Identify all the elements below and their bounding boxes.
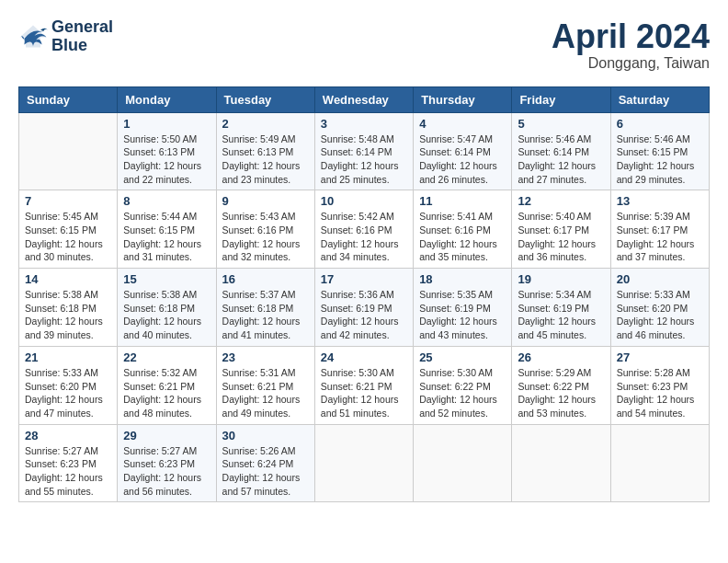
day-info: Sunrise: 5:29 AM Sunset: 6:22 PM Dayligh…	[518, 366, 604, 420]
calendar-week-3: 21Sunrise: 5:33 AM Sunset: 6:20 PM Dayli…	[19, 346, 710, 424]
calendar-week-4: 28Sunrise: 5:27 AM Sunset: 6:23 PM Dayli…	[19, 424, 710, 502]
day-number: 25	[419, 350, 506, 364]
calendar-cell: 19Sunrise: 5:34 AM Sunset: 6:19 PM Dayli…	[512, 269, 610, 347]
calendar-cell: 3Sunrise: 5:48 AM Sunset: 6:14 PM Daylig…	[314, 112, 413, 190]
day-number: 15	[123, 272, 210, 286]
page-header: General Blue April 2024 Donggang, Taiwan	[18, 18, 710, 72]
day-info: Sunrise: 5:43 AM Sunset: 6:16 PM Dayligh…	[222, 210, 309, 264]
calendar-cell: 1Sunrise: 5:50 AM Sunset: 6:13 PM Daylig…	[118, 112, 216, 190]
calendar-cell: 15Sunrise: 5:38 AM Sunset: 6:18 PM Dayli…	[118, 269, 216, 347]
calendar-cell	[512, 424, 610, 502]
calendar-cell: 25Sunrise: 5:30 AM Sunset: 6:22 PM Dayli…	[414, 346, 512, 424]
day-number: 2	[222, 117, 309, 131]
day-info: Sunrise: 5:28 AM Sunset: 6:23 PM Dayligh…	[617, 366, 703, 420]
logo-icon	[18, 24, 48, 50]
calendar-cell: 8Sunrise: 5:44 AM Sunset: 6:15 PM Daylig…	[118, 190, 216, 269]
header-cell-thursday: Thursday	[414, 86, 512, 112]
calendar-cell: 20Sunrise: 5:33 AM Sunset: 6:20 PM Dayli…	[610, 269, 709, 347]
calendar-cell: 5Sunrise: 5:46 AM Sunset: 6:14 PM Daylig…	[512, 112, 610, 190]
header-cell-sunday: Sunday	[19, 86, 118, 112]
calendar-cell: 4Sunrise: 5:47 AM Sunset: 6:14 PM Daylig…	[414, 112, 512, 190]
day-number: 29	[123, 429, 210, 442]
calendar-header: SundayMondayTuesdayWednesdayThursdayFrid…	[19, 86, 710, 112]
day-number: 23	[222, 350, 309, 364]
calendar-cell: 21Sunrise: 5:33 AM Sunset: 6:20 PM Dayli…	[19, 346, 118, 424]
day-number: 14	[25, 272, 111, 286]
calendar-body: 1Sunrise: 5:50 AM Sunset: 6:13 PM Daylig…	[19, 112, 710, 502]
day-info: Sunrise: 5:44 AM Sunset: 6:15 PM Dayligh…	[123, 210, 210, 264]
calendar-cell: 28Sunrise: 5:27 AM Sunset: 6:23 PM Dayli…	[19, 424, 118, 502]
calendar-week-0: 1Sunrise: 5:50 AM Sunset: 6:13 PM Daylig…	[19, 112, 710, 190]
day-number: 12	[518, 194, 604, 208]
header-cell-tuesday: Tuesday	[216, 86, 314, 112]
day-number: 3	[321, 117, 407, 131]
calendar-cell: 26Sunrise: 5:29 AM Sunset: 6:22 PM Dayli…	[512, 346, 610, 424]
day-info: Sunrise: 5:42 AM Sunset: 6:16 PM Dayligh…	[321, 210, 407, 264]
day-info: Sunrise: 5:45 AM Sunset: 6:15 PM Dayligh…	[25, 210, 111, 264]
calendar-cell	[414, 424, 512, 502]
day-number: 9	[222, 194, 309, 208]
day-number: 30	[222, 429, 309, 442]
calendar-cell: 16Sunrise: 5:37 AM Sunset: 6:18 PM Dayli…	[216, 269, 314, 347]
calendar-cell	[19, 112, 118, 190]
day-number: 24	[321, 350, 407, 364]
calendar-cell: 29Sunrise: 5:27 AM Sunset: 6:23 PM Dayli…	[118, 424, 216, 502]
day-info: Sunrise: 5:37 AM Sunset: 6:18 PM Dayligh…	[222, 288, 309, 342]
day-info: Sunrise: 5:38 AM Sunset: 6:18 PM Dayligh…	[25, 288, 111, 342]
day-number: 22	[123, 350, 210, 364]
calendar-cell: 11Sunrise: 5:41 AM Sunset: 6:16 PM Dayli…	[414, 190, 512, 269]
day-info: Sunrise: 5:40 AM Sunset: 6:17 PM Dayligh…	[518, 210, 604, 264]
day-info: Sunrise: 5:46 AM Sunset: 6:15 PM Dayligh…	[617, 132, 703, 187]
day-number: 28	[25, 429, 111, 442]
day-number: 1	[123, 117, 210, 131]
day-number: 4	[419, 117, 506, 131]
calendar-table: SundayMondayTuesdayWednesdayThursdayFrid…	[18, 86, 710, 503]
logo-text: General Blue	[51, 18, 113, 55]
calendar-cell: 24Sunrise: 5:30 AM Sunset: 6:21 PM Dayli…	[314, 346, 413, 424]
day-number: 27	[617, 350, 703, 364]
day-info: Sunrise: 5:47 AM Sunset: 6:14 PM Dayligh…	[419, 132, 506, 187]
day-number: 5	[518, 117, 604, 131]
day-info: Sunrise: 5:41 AM Sunset: 6:16 PM Dayligh…	[419, 210, 506, 264]
day-info: Sunrise: 5:35 AM Sunset: 6:19 PM Dayligh…	[419, 288, 506, 342]
calendar-cell: 30Sunrise: 5:26 AM Sunset: 6:24 PM Dayli…	[216, 424, 314, 502]
header-cell-wednesday: Wednesday	[314, 86, 413, 112]
day-info: Sunrise: 5:49 AM Sunset: 6:13 PM Dayligh…	[222, 132, 309, 187]
calendar-cell: 2Sunrise: 5:49 AM Sunset: 6:13 PM Daylig…	[216, 112, 314, 190]
header-cell-saturday: Saturday	[610, 86, 709, 112]
day-info: Sunrise: 5:36 AM Sunset: 6:19 PM Dayligh…	[321, 288, 407, 342]
day-info: Sunrise: 5:27 AM Sunset: 6:23 PM Dayligh…	[25, 444, 111, 499]
day-info: Sunrise: 5:38 AM Sunset: 6:18 PM Dayligh…	[123, 288, 210, 342]
calendar-cell: 12Sunrise: 5:40 AM Sunset: 6:17 PM Dayli…	[512, 190, 610, 269]
day-info: Sunrise: 5:39 AM Sunset: 6:17 PM Dayligh…	[617, 210, 703, 264]
day-number: 18	[419, 272, 506, 286]
day-number: 7	[25, 194, 111, 208]
day-info: Sunrise: 5:32 AM Sunset: 6:21 PM Dayligh…	[123, 366, 210, 420]
header-row: SundayMondayTuesdayWednesdayThursdayFrid…	[19, 86, 710, 112]
calendar-cell: 13Sunrise: 5:39 AM Sunset: 6:17 PM Dayli…	[610, 190, 709, 269]
calendar-cell: 10Sunrise: 5:42 AM Sunset: 6:16 PM Dayli…	[314, 190, 413, 269]
day-number: 13	[617, 194, 703, 208]
header-cell-friday: Friday	[512, 86, 610, 112]
day-number: 26	[518, 350, 604, 364]
day-number: 8	[123, 194, 210, 208]
day-info: Sunrise: 5:33 AM Sunset: 6:20 PM Dayligh…	[25, 366, 111, 420]
day-info: Sunrise: 5:30 AM Sunset: 6:21 PM Dayligh…	[321, 366, 407, 420]
calendar-cell: 14Sunrise: 5:38 AM Sunset: 6:18 PM Dayli…	[19, 269, 118, 347]
day-number: 20	[617, 272, 703, 286]
day-info: Sunrise: 5:31 AM Sunset: 6:21 PM Dayligh…	[222, 366, 309, 420]
day-info: Sunrise: 5:27 AM Sunset: 6:23 PM Dayligh…	[123, 444, 210, 499]
day-info: Sunrise: 5:26 AM Sunset: 6:24 PM Dayligh…	[222, 444, 309, 499]
calendar-cell: 6Sunrise: 5:46 AM Sunset: 6:15 PM Daylig…	[610, 112, 709, 190]
calendar-cell: 22Sunrise: 5:32 AM Sunset: 6:21 PM Dayli…	[118, 346, 216, 424]
day-info: Sunrise: 5:30 AM Sunset: 6:22 PM Dayligh…	[419, 366, 506, 420]
calendar-cell: 7Sunrise: 5:45 AM Sunset: 6:15 PM Daylig…	[19, 190, 118, 269]
calendar-cell: 9Sunrise: 5:43 AM Sunset: 6:16 PM Daylig…	[216, 190, 314, 269]
calendar-cell: 17Sunrise: 5:36 AM Sunset: 6:19 PM Dayli…	[314, 269, 413, 347]
calendar-week-1: 7Sunrise: 5:45 AM Sunset: 6:15 PM Daylig…	[19, 190, 710, 269]
day-info: Sunrise: 5:48 AM Sunset: 6:14 PM Dayligh…	[321, 132, 407, 187]
subtitle: Donggang, Taiwan	[552, 55, 710, 72]
day-number: 19	[518, 272, 604, 286]
day-info: Sunrise: 5:33 AM Sunset: 6:20 PM Dayligh…	[617, 288, 703, 342]
calendar-cell	[314, 424, 413, 502]
